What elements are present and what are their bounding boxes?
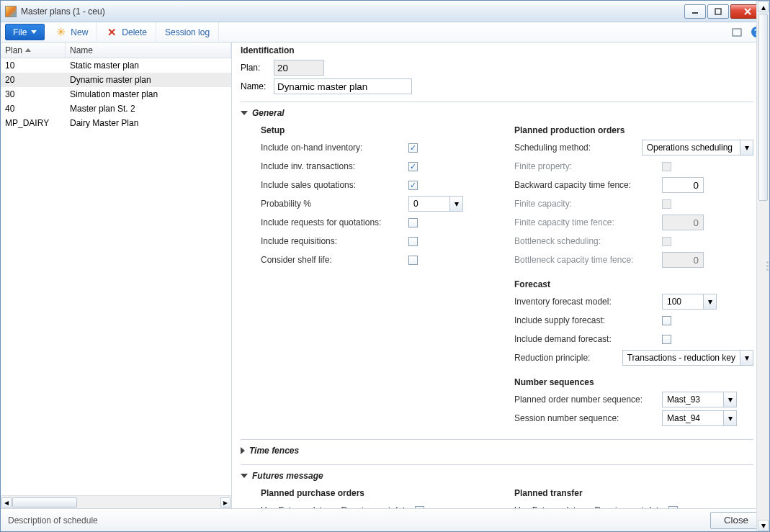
scroll-right-arrow[interactable]: ▸ xyxy=(220,497,230,508)
include-onhand-label: Include on-hand inventory: xyxy=(261,143,408,153)
include-onhand-checkbox[interactable] xyxy=(408,143,418,153)
table-row[interactable]: 40Master plan St. 2 xyxy=(1,102,231,116)
bottleneck-cap-tf-field xyxy=(662,252,704,268)
pt-title: Planned transfer xyxy=(514,485,753,501)
name-field[interactable] xyxy=(274,78,412,94)
include-supply-label: Include supply forecast: xyxy=(514,315,662,325)
table-row[interactable]: 30Simulation master plan xyxy=(1,87,231,102)
chevron-down-icon: ▾ xyxy=(723,392,736,407)
shelf-life-checkbox[interactable] xyxy=(408,256,418,265)
scroll-up-arrow[interactable]: ▴ xyxy=(758,1,769,12)
cell-plan: 40 xyxy=(1,104,66,114)
toolbar: File ✳ New ✕ Delete Session log ? xyxy=(1,22,769,42)
inv-model-label: Inventory forecast model: xyxy=(514,297,662,307)
backward-cap-tf-field[interactable] xyxy=(662,177,704,193)
include-sales-quot-checkbox[interactable] xyxy=(408,181,418,190)
finite-capacity-label: Finite capacity: xyxy=(514,199,662,209)
reduction-label: Reduction principle: xyxy=(514,353,622,363)
futures-title: Futures message xyxy=(252,471,323,481)
attach-icon xyxy=(731,27,743,38)
attach-button[interactable] xyxy=(727,22,747,42)
cell-plan: 10 xyxy=(1,60,66,71)
chevron-down-icon: ▾ xyxy=(723,411,736,425)
session-seq-combo[interactable]: Mast_94▾ xyxy=(662,410,737,426)
session-log-button[interactable]: Session log xyxy=(156,22,219,42)
titlebar: Master plans (1 - ceu) xyxy=(1,1,769,22)
chevron-down-icon: ▾ xyxy=(740,351,753,365)
file-menu-label: File xyxy=(13,27,27,37)
scroll-thumb[interactable] xyxy=(758,14,768,201)
general-header[interactable]: General xyxy=(241,105,753,121)
bottleneck-cap-tf-label: Bottleneck capacity time fence: xyxy=(514,255,662,265)
plan-field[interactable] xyxy=(274,60,324,76)
table-row[interactable]: 20Dynamic master plan xyxy=(1,73,231,87)
include-inv-trans-checkbox[interactable] xyxy=(408,162,418,171)
status-bar: Description of schedule Close xyxy=(1,508,769,531)
window: Master plans (1 - ceu) File ✳ New ✕ Dele… xyxy=(0,0,770,532)
file-menu[interactable]: File xyxy=(5,24,45,40)
close-button[interactable]: Close xyxy=(710,512,762,529)
new-button[interactable]: ✳ New xyxy=(46,22,97,42)
finite-capacity-checkbox xyxy=(662,199,671,209)
identification-section: Identification Plan: Name: xyxy=(241,45,769,96)
grid-header: Plan Name xyxy=(1,42,231,58)
sched-method-combo[interactable]: Operations scheduling▾ xyxy=(642,140,753,155)
body: Plan Name 10Static master plan20Dynamic … xyxy=(1,42,769,508)
session-seq-label: Session number sequence: xyxy=(514,413,662,423)
ppo-use-futures-checkbox[interactable] xyxy=(415,506,424,509)
futures-section: Futures message Planned purchase orders … xyxy=(241,464,753,508)
planned-order-seq-label: Planned order number sequence: xyxy=(514,395,662,405)
setup-title: Setup xyxy=(261,122,500,138)
table-row[interactable]: 10Static master plan xyxy=(1,58,231,73)
name-label: Name: xyxy=(241,81,274,91)
scroll-thumb[interactable] xyxy=(12,497,77,508)
plan-grid: Plan Name 10Static master plan20Dynamic … xyxy=(1,42,232,508)
minimize-button[interactable] xyxy=(684,4,706,19)
cell-plan: MP_DAIRY xyxy=(1,118,66,128)
cell-name: Dynamic master plan xyxy=(66,75,231,85)
include-supply-checkbox[interactable] xyxy=(662,316,671,325)
identification-title: Identification xyxy=(241,45,748,55)
include-req-checkbox[interactable] xyxy=(408,237,418,246)
grid-rows: 10Static master plan20Dynamic master pla… xyxy=(1,58,231,495)
futures-header[interactable]: Futures message xyxy=(241,468,753,484)
planned-order-seq-combo[interactable]: Mast_93▾ xyxy=(662,392,737,407)
cell-name: Simulation master plan xyxy=(66,89,231,99)
probability-label: Probability % xyxy=(261,199,408,209)
bottleneck-sched-label: Bottleneck scheduling: xyxy=(514,236,662,246)
col-header-name[interactable]: Name xyxy=(66,42,231,58)
scroll-left-arrow[interactable]: ◂ xyxy=(1,497,12,508)
scroll-grip-icon xyxy=(765,257,769,276)
horizontal-scrollbar[interactable]: ◂ ▸ xyxy=(1,495,231,508)
scroll-down-arrow[interactable]: ▾ xyxy=(758,520,769,531)
table-row[interactable]: MP_DAIRYDairy Master Plan xyxy=(1,116,231,130)
planned-prod-title: Planned production orders xyxy=(514,122,753,138)
shelf-life-label: Consider shelf life: xyxy=(261,255,408,265)
maximize-button[interactable] xyxy=(707,4,729,19)
inv-model-combo[interactable]: 100▾ xyxy=(662,294,717,310)
col-header-plan[interactable]: Plan xyxy=(1,42,66,58)
include-demand-label: Include demand forecast: xyxy=(514,334,662,344)
include-demand-checkbox[interactable] xyxy=(662,335,671,344)
general-section: General Setup Include on-hand inventory:… xyxy=(241,102,753,433)
include-rfq-checkbox[interactable] xyxy=(408,218,418,227)
pt-use-futures-label: Use Futures date as Requirement date: xyxy=(514,505,666,508)
vertical-scrollbar[interactable]: ▴ ▾ xyxy=(756,1,769,531)
time-fences-header[interactable]: Time fences xyxy=(241,443,753,459)
svg-rect-4 xyxy=(733,29,741,36)
forecast-title: Forecast xyxy=(514,276,753,292)
delete-button[interactable]: ✕ Delete xyxy=(97,22,156,42)
expand-icon xyxy=(241,474,248,478)
probability-combo[interactable]: 0▾ xyxy=(408,196,463,212)
cell-name: Dairy Master Plan xyxy=(66,118,231,128)
finite-cap-tf-field xyxy=(662,215,704,230)
chevron-down-icon xyxy=(31,30,37,34)
include-rfq-label: Include requests for quotations: xyxy=(261,217,408,227)
num-seq-title: Number sequences xyxy=(514,374,753,390)
reduction-combo[interactable]: Transactions - reduction key▾ xyxy=(622,350,753,366)
pt-use-futures-checkbox[interactable] xyxy=(668,506,678,509)
cell-name: Master plan St. 2 xyxy=(66,104,231,114)
cell-plan: 20 xyxy=(1,75,66,85)
new-label: New xyxy=(71,27,88,37)
include-sales-quot-label: Include sales quotations: xyxy=(261,180,408,190)
